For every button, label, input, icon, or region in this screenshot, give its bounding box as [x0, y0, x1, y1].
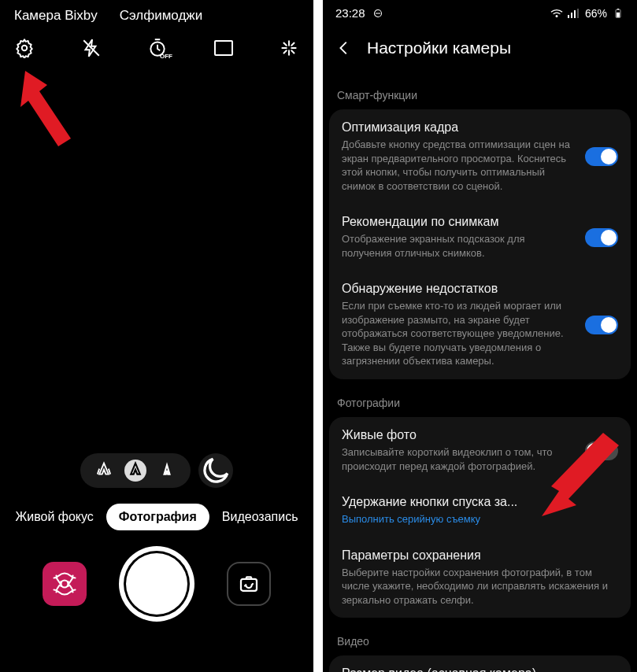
svg-point-0 [22, 46, 28, 51]
camera-mode-row: Живой фокус Фотография Видеозапись [0, 504, 313, 530]
svg-line-9 [291, 43, 294, 46]
row-subtitle: Отображение экранных подсказок для получ… [342, 232, 576, 260]
dnd-icon [372, 9, 384, 18]
svg-rect-18 [571, 13, 572, 18]
zoom-preset-row [0, 453, 313, 488]
svg-rect-19 [574, 10, 576, 18]
status-battery-pct: 66% [585, 7, 607, 20]
svg-line-7 [284, 43, 287, 46]
row-save-options[interactable]: Параметры сохранения Выберите настройки … [329, 537, 631, 618]
svg-rect-17 [568, 15, 569, 18]
section-video-label: Видео [323, 630, 637, 655]
night-mode-icon[interactable] [198, 453, 233, 488]
aspect-ratio-icon[interactable]: 3:4 [214, 40, 233, 56]
zoom-tele-icon[interactable] [156, 460, 178, 482]
shutter-button[interactable] [124, 551, 190, 617]
status-time: 23:28 [335, 6, 365, 20]
gallery-thumbnail[interactable] [43, 562, 87, 606]
section-smart-label: Смарт-функции [323, 84, 637, 109]
camera-toolbar: OFF 3:4 [0, 24, 313, 58]
row-title: Размер видео (основная камера) [342, 666, 618, 672]
shutter-row [0, 551, 313, 617]
photos-card: Живые фото Записывайте короткий видеокли… [329, 417, 631, 618]
page-title: Настройки камеры [367, 39, 511, 57]
zoom-ultrawide-icon[interactable] [93, 460, 115, 482]
row-title: Удержание кнопки спуска за... [342, 495, 618, 509]
row-title: Оптимизация кадра [342, 120, 576, 135]
svg-marker-11 [20, 71, 71, 146]
zoom-presets [80, 453, 191, 488]
svg-line-10 [284, 50, 287, 53]
smart-functions-card: Оптимизация кадра Добавьте кнопку средст… [329, 109, 631, 379]
toggle-scene-optimizer[interactable] [585, 147, 618, 166]
row-subtitle: Если при съемке кто-то из людей моргает … [342, 299, 576, 368]
battery-icon [612, 9, 624, 18]
row-subtitle: Выберите настройки сохранения фотографий… [342, 566, 618, 607]
back-icon[interactable] [335, 39, 353, 57]
row-rear-video-size[interactable]: Размер видео (основная камера) 16:9 FHD … [329, 655, 631, 672]
timer-off-label: OFF [160, 53, 172, 60]
timer-icon[interactable]: OFF [147, 38, 168, 58]
row-title: Параметры сохранения [342, 548, 618, 563]
mode-photo[interactable]: Фотография [106, 504, 209, 530]
row-hold-shutter[interactable]: Удержание кнопки спуска за... Выполнить … [329, 484, 631, 537]
svg-point-16 [556, 15, 557, 17]
camera-top-tabs: Камера Bixby Сэлфимоджи [0, 0, 313, 24]
switch-camera-icon[interactable] [227, 562, 271, 606]
settings-header: Настройки камеры [323, 24, 637, 84]
video-card: Размер видео (основная камера) 16:9 FHD … [329, 655, 631, 672]
row-title: Обнаружение недостатков [342, 282, 576, 296]
row-scene-optimizer[interactable]: Оптимизация кадра Добавьте кнопку средст… [329, 109, 631, 204]
row-subtitle: Добавьте кнопку средства оптимизации сце… [342, 138, 576, 193]
camera-screen: Камера Bixby Сэлфимоджи OFF 3:4 [0, 0, 313, 672]
svg-line-8 [291, 50, 294, 53]
row-title: Живые фото [342, 428, 576, 442]
mode-live-focus[interactable]: Живой фокус [15, 510, 93, 524]
flash-off-icon[interactable] [81, 38, 102, 58]
svg-rect-13 [241, 579, 257, 591]
row-subtitle: Выполнить серийную съемку [342, 512, 618, 526]
annotation-arrow-icon [19, 68, 82, 162]
toggle-shot-suggestions[interactable] [585, 228, 618, 247]
section-photos-label: Фотографии [323, 392, 637, 417]
filters-icon[interactable] [279, 38, 299, 58]
zoom-wide-icon[interactable] [124, 460, 146, 482]
svg-rect-22 [617, 9, 619, 9]
tab-bixby[interactable]: Камера Bixby [14, 8, 98, 24]
svg-rect-23 [617, 12, 620, 17]
toggle-motion-photo[interactable] [585, 441, 618, 460]
mode-video[interactable]: Видеозапись [222, 510, 298, 524]
settings-screen: 23:28 66% Настройки камеры Смарт-функции [323, 0, 637, 672]
status-bar: 23:28 66% [323, 0, 637, 24]
row-subtitle: Записывайте короткий видеоклип о том, чт… [342, 445, 576, 473]
tab-selfimoji[interactable]: Сэлфимоджи [120, 8, 203, 24]
row-motion-photo[interactable]: Живые фото Записывайте короткий видеокли… [329, 417, 631, 484]
svg-rect-20 [577, 9, 579, 18]
wifi-icon [550, 9, 563, 18]
row-title: Рекомендации по снимкам [342, 215, 576, 229]
gear-icon[interactable] [14, 38, 35, 58]
signal-icon [568, 9, 580, 18]
svg-point-12 [61, 581, 68, 588]
row-shot-suggestions[interactable]: Рекомендации по снимкам Отображение экра… [329, 204, 631, 271]
toggle-flaw-detection[interactable] [585, 316, 618, 334]
row-flaw-detection[interactable]: Обнаружение недостатков Если при съемке … [329, 271, 631, 379]
